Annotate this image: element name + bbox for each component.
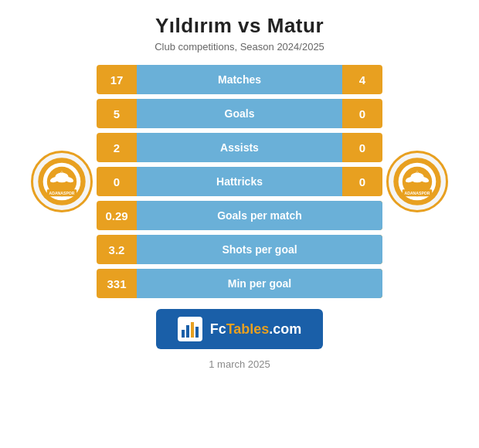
page-title: Yıldırım vs Matur xyxy=(155,14,324,38)
header: Yıldırım vs Matur Club competitions, Sea… xyxy=(155,0,324,57)
stat-right-assists: 0 xyxy=(342,141,382,154)
svg-text:ADANASPOR: ADANASPOR xyxy=(49,191,75,195)
stat-label-min-per-goal: Min per goal xyxy=(228,277,291,290)
stat-left-goals: 5 xyxy=(97,107,137,120)
svg-text:1954: 1954 xyxy=(58,183,66,187)
svg-rect-25 xyxy=(195,327,199,338)
date-footer: 1 march 2025 xyxy=(209,358,270,370)
content-area: ADANASPOR 1954 17 Matches 4 5 Goals 0 2 … xyxy=(0,65,479,298)
stat-label-hattricks: Hattricks xyxy=(216,175,263,188)
stat-bar-min-per-goal: Min per goal xyxy=(137,269,382,298)
left-club-logo: ADANASPOR 1954 xyxy=(31,151,93,212)
stats-container: 17 Matches 4 5 Goals 0 2 Assists 0 0 Hat… xyxy=(97,65,382,298)
stat-left-shots-per-goal: 3.2 xyxy=(97,243,137,256)
svg-text:ADANASPOR: ADANASPOR xyxy=(405,191,430,195)
stat-left-matches: 17 xyxy=(97,73,137,87)
fctables-banner[interactable]: FcTables.com xyxy=(156,309,324,349)
stat-label-matches: Matches xyxy=(218,73,261,86)
svg-rect-23 xyxy=(186,325,189,338)
stat-left-min-per-goal: 331 xyxy=(97,277,137,290)
right-club-logo: ADANASPOR 1954 xyxy=(386,151,448,212)
stat-right-matches: 4 xyxy=(342,73,382,87)
left-logo: ADANASPOR 1954 xyxy=(27,151,97,212)
stat-bar-hattricks: Hattricks xyxy=(137,167,342,196)
stat-bar-matches: Matches xyxy=(137,65,342,94)
stat-right-hattricks: 0 xyxy=(342,175,382,188)
stat-label-goals: Goals xyxy=(225,107,255,120)
stat-row-assists: 2 Assists 0 xyxy=(97,133,382,162)
stat-bar-goals-per-match: Goals per match xyxy=(137,201,382,230)
stat-bar-goals: Goals xyxy=(137,99,342,128)
stat-row-min-per-goal: 331 Min per goal xyxy=(97,269,382,298)
stat-row-goals: 5 Goals 0 xyxy=(97,99,382,128)
stat-label-goals-per-match: Goals per match xyxy=(217,209,302,222)
svg-rect-24 xyxy=(191,322,194,338)
stat-right-goals: 0 xyxy=(342,107,382,120)
stat-row-matches: 17 Matches 4 xyxy=(97,65,382,94)
stat-row-goals-per-match: 0.29 Goals per match xyxy=(97,201,382,230)
svg-rect-22 xyxy=(182,330,185,338)
svg-text:1954: 1954 xyxy=(413,183,421,187)
stat-bar-shots-per-goal: Shots per goal xyxy=(137,235,382,264)
fctables-text: FcTables.com xyxy=(210,321,302,338)
stat-row-hattricks: 0 Hattricks 0 xyxy=(97,167,382,196)
stat-label-shots-per-goal: Shots per goal xyxy=(222,243,297,256)
right-logo: ADANASPOR 1954 xyxy=(382,151,452,212)
stat-left-assists: 2 xyxy=(97,141,137,154)
page-subtitle: Club competitions, Season 2024/2025 xyxy=(155,41,324,53)
stat-label-assists: Assists xyxy=(220,141,259,154)
stat-bar-assists: Assists xyxy=(137,133,342,162)
stat-left-hattricks: 0 xyxy=(97,175,137,188)
stat-row-shots-per-goal: 3.2 Shots per goal xyxy=(97,235,382,264)
fctables-icon xyxy=(178,317,202,341)
stat-left-goals-per-match: 0.29 xyxy=(97,209,137,222)
